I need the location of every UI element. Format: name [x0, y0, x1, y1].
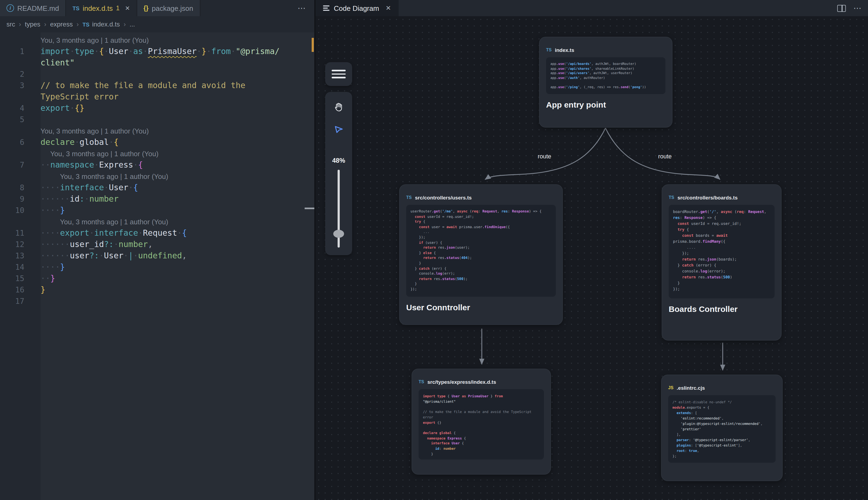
- line-content: You, 3 months ago | 1 author (You): [40, 125, 314, 137]
- diagram-node-express-types[interactable]: TSsrc/types/express/index.d.tsimport typ…: [412, 369, 551, 475]
- line-content: import·type·{·User·as·PrismaUser·}·from·…: [40, 46, 314, 57]
- code-token: true: [689, 448, 697, 452]
- overview-ruler-warning-marker: [312, 38, 314, 52]
- gutter-pad: [24, 262, 40, 273]
- node-header: JS.eslintrc.cjs: [668, 385, 776, 391]
- blame-annotation: You, 3 months ago | 1 author (You): [0, 171, 314, 182]
- line-number: 10: [0, 205, 24, 216]
- panel-more-actions-icon[interactable]: ⋯: [853, 3, 863, 13]
- node-code-snippet: boardRouter.get('/', async (req: Request…: [669, 205, 775, 298]
- line-content: ····export·interface·Request·{: [40, 228, 314, 239]
- code-token: /* eslint-disable no-undef */: [672, 400, 732, 404]
- code-token: module: [672, 406, 685, 409]
- code-line: 13······user?:·User·|·undefined,: [0, 250, 314, 262]
- code-token: namespace: [50, 160, 94, 170]
- breadcrumb-item[interactable]: src: [7, 21, 15, 28]
- breadcrumb-trail[interactable]: ...: [130, 21, 135, 28]
- chevron-right-icon: ›: [124, 21, 126, 28]
- diagram-node-user-controller[interactable]: TSsrc/controllers/users.tsuserRouter.get…: [399, 184, 563, 325]
- code-token: .exports = {: [685, 406, 709, 409]
- breadcrumb-item[interactable]: types: [25, 21, 40, 28]
- node-code-line: });: [411, 287, 551, 292]
- code-token: else: [423, 251, 432, 255]
- code-token: .status: [444, 256, 459, 260]
- code-token: async: [457, 209, 468, 214]
- code-token: number: [119, 239, 148, 249]
- breadcrumb-item[interactable]: express: [50, 21, 73, 28]
- breadcrumb-file[interactable]: TSindex.d.ts: [82, 21, 120, 28]
- gutter-pad: [24, 250, 40, 262]
- diagram-list-icon: [323, 4, 329, 12]
- code-token: 'prettier': [681, 427, 701, 431]
- tab-readme[interactable]: iREADME.md: [0, 0, 66, 16]
- code-token: .status: [440, 276, 455, 281]
- node-code-line: });: [411, 235, 551, 240]
- code-token: [672, 422, 681, 425]
- zoom-slider-thumb[interactable]: [333, 230, 344, 238]
- tab-label: package.json: [152, 4, 193, 12]
- close-icon[interactable]: ✕: [125, 4, 130, 12]
- diagram-canvas[interactable]: route route 48%: [315, 16, 868, 500]
- code-token: [672, 448, 677, 452]
- node-code-line: }: [411, 261, 551, 266]
- code-token: // to make the file a module and avoid t…: [40, 81, 246, 90]
- code-token: console: [673, 269, 698, 273]
- code-token: (err);: [442, 271, 455, 276]
- node-title: App entry point: [546, 100, 666, 109]
- close-icon[interactable]: ✕: [386, 4, 391, 12]
- tab-package-json[interactable]: {}package.json: [137, 0, 200, 16]
- code-token: global: [439, 431, 452, 435]
- line-content: ··namespace·Express·{: [40, 159, 314, 171]
- editor-more-actions-icon[interactable]: ⋯: [297, 0, 307, 16]
- zoom-slider[interactable]: [338, 170, 340, 248]
- code-token: {: [432, 251, 436, 255]
- code-token: as: [133, 46, 143, 56]
- code-token: id: [435, 446, 439, 450]
- code-token: return: [423, 256, 436, 260]
- code-token: return: [682, 257, 696, 262]
- code-token: }: [60, 205, 65, 215]
- node-code-line: return res.json(boards);: [673, 257, 770, 263]
- code-token: ·: [231, 46, 235, 56]
- diagram-node-eslintrc[interactable]: JS.eslintrc.cjs/* eslint-disable no-unde…: [661, 375, 783, 481]
- node-code-line: declare global {: [423, 430, 540, 435]
- code-token: [672, 438, 677, 442]
- gutter-pad: [24, 228, 40, 239]
- node-code-line: } catch (error) {: [673, 263, 770, 269]
- diagram-menu-button[interactable]: [325, 62, 352, 86]
- code-token: {: [684, 228, 689, 232]
- code-token: declare: [423, 431, 437, 435]
- split-editor-icon[interactable]: [837, 4, 846, 12]
- code-token: if: [419, 240, 423, 245]
- select-tool-button[interactable]: [331, 120, 347, 138]
- code-token: (error) {: [693, 263, 716, 268]
- gutter-pad: [24, 148, 40, 159]
- code-token: Express: [99, 160, 133, 170]
- tab-index-dts[interactable]: TSindex.d.ts1✕: [66, 0, 137, 16]
- line-number: 14: [0, 262, 24, 273]
- chevron-right-icon: ›: [77, 21, 79, 28]
- code-token: '/api/boards': [566, 61, 591, 65]
- line-number: 2: [0, 69, 24, 80]
- code-token: (user);: [455, 246, 470, 250]
- code-token: '@typescript-eslint': [697, 443, 738, 447]
- diagram-node-boards-controller[interactable]: TSsrc/controllers/boards.tsboardRouter.g…: [662, 184, 782, 341]
- code-token: ·: [109, 137, 114, 147]
- code-token: user: [70, 251, 89, 261]
- node-code-line: app.use('/api/shares', shareableLinkRout…: [550, 66, 661, 71]
- code-editor[interactable]: You, 3 months ago | 1 author (You)1impor…: [0, 32, 314, 500]
- code-token: boards =: [693, 234, 716, 238]
- code-token: {: [99, 46, 104, 56]
- hand-tool-button[interactable]: [331, 98, 347, 117]
- code-token: try: [678, 228, 684, 232]
- code-token: Request: [482, 209, 497, 214]
- node-code-line: }: [411, 282, 551, 287]
- tab-code-diagram[interactable]: Code Diagram ✕: [315, 0, 399, 16]
- code-token: 'plugin:@typescript-eslint/recommended': [681, 422, 761, 425]
- gutter-pad: [24, 46, 40, 57]
- code-token: |: [128, 251, 133, 261]
- line-content: [40, 114, 314, 125]
- code-token: const: [682, 234, 693, 238]
- diagram-node-app-entry[interactable]: TSindex.tsapp.use('/api/boards', authJWt…: [539, 37, 672, 127]
- code-token: client": [40, 58, 74, 68]
